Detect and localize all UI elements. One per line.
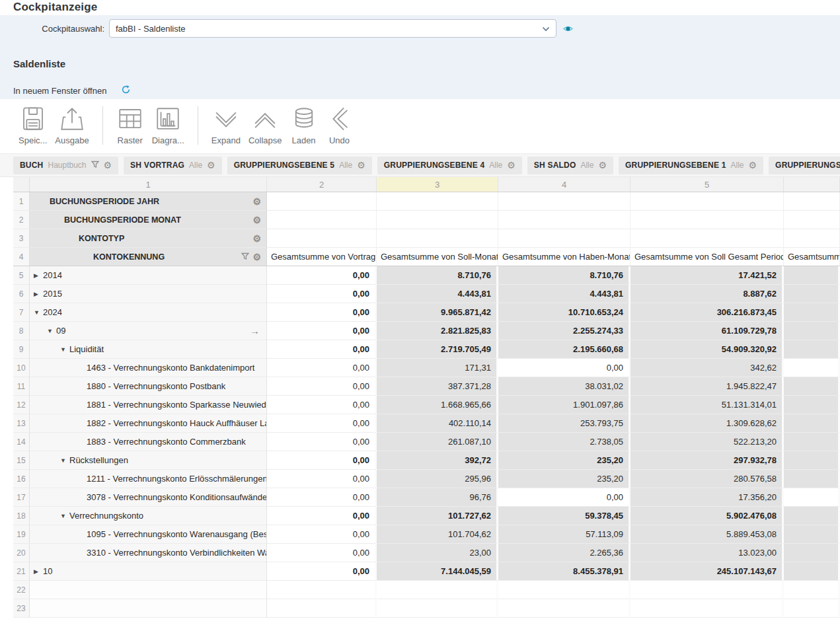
value-cell[interactable]: 297.932,78 xyxy=(630,451,784,470)
row-number-6[interactable]: 6 xyxy=(13,285,30,303)
measure-header[interactable]: Gesamtsumme xyxy=(784,248,840,266)
row-number-8[interactable]: 8 xyxy=(13,322,30,340)
value-cell[interactable]: 392,72 xyxy=(377,451,498,470)
value-cell[interactable]: 0,00 xyxy=(267,285,377,303)
gear-icon[interactable]: ⚙ xyxy=(252,197,261,206)
empty-header-cell[interactable] xyxy=(630,229,784,248)
value-cell[interactable] xyxy=(784,562,840,581)
tree-cell-11[interactable]: 1880 - Verrechnungskonto Postbank xyxy=(30,377,267,396)
value-cell[interactable]: 0,00 xyxy=(498,359,630,377)
value-cell[interactable]: 171,31 xyxy=(377,359,498,377)
tree-cell-13[interactable]: 1882 - Verrechnungskonto Hauck Auffhäuse… xyxy=(30,414,267,433)
column-header-4[interactable]: 4 xyxy=(498,177,630,192)
empty-header-cell[interactable] xyxy=(784,211,840,229)
value-cell[interactable] xyxy=(498,581,630,599)
value-cell[interactable]: 13.023,00 xyxy=(630,544,784,562)
gear-icon[interactable]: ⚙ xyxy=(252,252,261,262)
gear-icon[interactable]: ⚙ xyxy=(357,161,365,170)
grid-button[interactable]: Raster xyxy=(112,105,148,145)
value-cell[interactable] xyxy=(784,322,840,340)
measure-header[interactable]: Gesamtsumme von Vortrag xyxy=(267,248,377,266)
value-cell[interactable]: 0,00 xyxy=(267,359,377,377)
value-cell[interactable] xyxy=(784,507,840,525)
value-cell[interactable]: 101.704,62 xyxy=(377,525,498,544)
empty-header-cell[interactable] xyxy=(784,229,840,248)
value-cell[interactable]: 8.455.378,91 xyxy=(498,562,630,581)
empty-header-cell[interactable] xyxy=(630,211,784,229)
tree-cell-7[interactable]: ▼2024 xyxy=(30,303,267,322)
tree-cell-15[interactable]: ▼Rückstellungen xyxy=(30,451,267,470)
value-cell[interactable] xyxy=(784,525,840,544)
value-cell[interactable] xyxy=(630,581,784,599)
empty-header-cell[interactable] xyxy=(377,229,498,248)
value-cell[interactable]: 0,00 xyxy=(267,396,377,414)
empty-header-cell[interactable] xyxy=(267,229,377,248)
empty-header-cell[interactable] xyxy=(498,192,630,211)
eye-icon[interactable] xyxy=(562,24,574,33)
filter-icon[interactable] xyxy=(91,161,99,170)
filter-chip-gruppierungsebene-5[interactable]: GRUPPIERUNGSEBENE 5Alle⚙ xyxy=(227,157,372,174)
value-cell[interactable] xyxy=(498,599,630,618)
tree-cell-23[interactable] xyxy=(30,599,267,618)
empty-header-cell[interactable] xyxy=(498,229,630,248)
row-number-18[interactable]: 18 xyxy=(13,507,30,525)
row-number-3[interactable]: 3 xyxy=(13,229,30,248)
gear-icon[interactable]: ⚙ xyxy=(252,215,261,225)
empty-header-cell[interactable] xyxy=(498,211,630,229)
drill-arrow-icon[interactable]: → xyxy=(250,325,260,336)
value-cell[interactable]: 1.309.628,62 xyxy=(630,414,784,433)
filter-chip-sh-vortrag[interactable]: SH VORTRAGAlle⚙ xyxy=(124,157,222,174)
open-new-window-link[interactable]: In neuem Fenster öffnen xyxy=(13,86,106,96)
tree-toggle-icon[interactable]: ▶ xyxy=(34,291,43,297)
value-cell[interactable]: 0,00 xyxy=(498,488,630,507)
row-number-22[interactable]: 22 xyxy=(13,581,30,599)
value-cell[interactable]: 280.576,58 xyxy=(630,470,784,488)
grid-corner-cell[interactable] xyxy=(13,177,30,192)
value-cell[interactable] xyxy=(784,599,840,618)
dimension-header-kontotyp[interactable]: KONTOTYP⚙ xyxy=(30,229,267,248)
measure-header[interactable]: Gesamtsumme von Haben-Monat xyxy=(498,248,630,266)
value-cell[interactable]: 261.087,10 xyxy=(377,433,498,451)
value-cell[interactable]: 96,76 xyxy=(377,488,498,507)
value-cell[interactable]: 306.216.873,45 xyxy=(630,303,784,322)
value-cell[interactable]: 2.195.660,68 xyxy=(498,340,630,359)
chart-button[interactable]: Diagra... xyxy=(148,105,188,145)
filter-icon[interactable] xyxy=(241,252,249,262)
gear-icon[interactable]: ⚙ xyxy=(749,161,757,170)
value-cell[interactable] xyxy=(784,303,840,322)
value-cell[interactable]: 7.144.045,59 xyxy=(377,562,498,581)
row-number-19[interactable]: 19 xyxy=(13,525,30,544)
row-number-5[interactable]: 5 xyxy=(13,266,30,285)
value-cell[interactable]: 2.738,05 xyxy=(498,433,630,451)
expand-button[interactable]: Expand xyxy=(208,105,245,145)
value-cell[interactable]: 295,96 xyxy=(377,470,498,488)
row-number-2[interactable]: 2 xyxy=(13,211,30,229)
value-cell[interactable]: 0,00 xyxy=(267,507,377,525)
filter-chip-gruppierungsebene-2[interactable]: GRUPPIERUNGSEBENE 2Alle⚙ xyxy=(769,157,840,174)
column-header-overflow[interactable] xyxy=(784,177,840,192)
tree-toggle-icon[interactable]: ▶ xyxy=(34,568,43,575)
tree-toggle-icon[interactable]: ▼ xyxy=(34,309,43,316)
empty-header-cell[interactable] xyxy=(267,211,377,229)
value-cell[interactable]: 1.945.822,47 xyxy=(630,377,784,396)
value-cell[interactable]: 235,20 xyxy=(498,451,630,470)
empty-header-cell[interactable] xyxy=(377,192,498,211)
filter-chip-gruppierungsebene-4[interactable]: GRUPPIERUNGSEBENE 4Alle⚙ xyxy=(377,157,522,174)
empty-header-cell[interactable] xyxy=(784,192,840,211)
dimension-header-buchungsperiode-monat[interactable]: BUCHUNGSPERIODE MONAT⚙ xyxy=(30,211,267,229)
value-cell[interactable] xyxy=(784,451,840,470)
value-cell[interactable]: 402.110,14 xyxy=(377,414,498,433)
tree-cell-14[interactable]: 1883 - Verrechnungskonto Commerzbank xyxy=(30,433,267,451)
undo-button[interactable]: Undo xyxy=(322,105,358,145)
row-number-23[interactable]: 23 xyxy=(13,599,30,618)
column-header-5[interactable]: 5 xyxy=(630,177,784,192)
value-cell[interactable]: 59.378,45 xyxy=(498,507,630,525)
filter-chip-sh-saldo[interactable]: SH SALDOAlle⚙ xyxy=(527,157,613,174)
value-cell[interactable]: 0,00 xyxy=(267,488,377,507)
value-cell[interactable]: 61.109.729,78 xyxy=(630,322,784,340)
gear-icon[interactable]: ⚙ xyxy=(252,234,261,243)
row-number-12[interactable]: 12 xyxy=(13,396,30,414)
dimension-header-kontokennung[interactable]: KONTOKENNUNG⚙ xyxy=(30,248,267,266)
value-cell[interactable] xyxy=(267,581,377,599)
filter-chip-buch[interactable]: BUCHHauptbuch⚙ xyxy=(13,157,118,174)
